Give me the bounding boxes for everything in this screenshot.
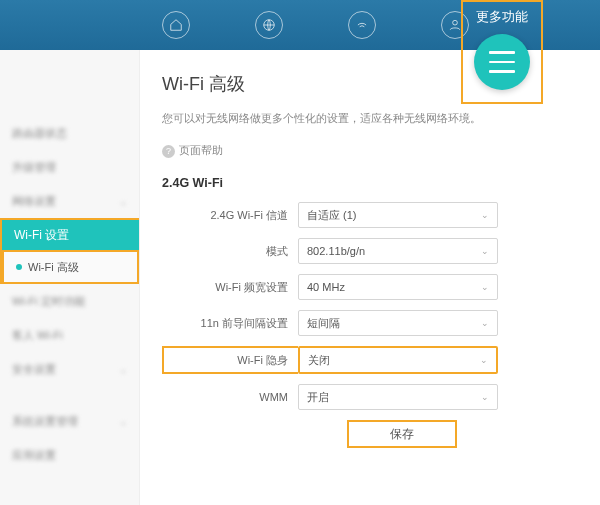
chevron-down-icon: ⌄ xyxy=(481,282,489,292)
row-channel: 2.4G Wi-Fi 信道 自适应 (1) ⌄ xyxy=(162,202,572,228)
sidebar-item[interactable]: 应用设置 xyxy=(0,438,139,472)
sidebar-item[interactable]: 系统设置管理 ⌄ xyxy=(0,404,139,438)
label-wifi-hide: Wi-Fi 隐身 xyxy=(162,346,298,374)
chevron-down-icon: ⌄ xyxy=(480,355,488,365)
select-bandwidth[interactable]: 40 MHz ⌄ xyxy=(298,274,498,300)
save-button[interactable]: 保存 xyxy=(347,420,457,448)
row-bandwidth: Wi-Fi 频宽设置 40 MHz ⌄ xyxy=(162,274,572,300)
label-bandwidth: Wi-Fi 频宽设置 xyxy=(162,280,298,295)
sidebar-active-label: Wi-Fi 设置 xyxy=(14,227,69,244)
select-wmm[interactable]: 开启 ⌄ xyxy=(298,384,498,410)
section-title: 2.4G Wi-Fi xyxy=(162,176,572,190)
row-wmm: WMM 开启 ⌄ xyxy=(162,384,572,410)
row-wifi-hide: Wi-Fi 隐身 关闭 ⌄ xyxy=(162,346,572,374)
nav-globe-icon[interactable] xyxy=(255,11,283,39)
row-guard-interval: 11n 前导间隔设置 短间隔 ⌄ xyxy=(162,310,572,336)
content: Wi-Fi 高级 您可以对无线网络做更多个性化的设置，适应各种无线网络环境。 页… xyxy=(140,50,600,505)
more-label: 更多功能 xyxy=(476,8,528,26)
page-help-link[interactable]: 页面帮助 xyxy=(162,144,223,158)
sidebar-item xyxy=(0,386,139,404)
sidebar-sub-label: Wi-Fi 高级 xyxy=(28,260,79,275)
nav-wifi-icon[interactable] xyxy=(348,11,376,39)
chevron-down-icon: ⌄ xyxy=(481,392,489,402)
sidebar-item[interactable]: 安全设置⌄ xyxy=(0,352,139,386)
label-channel: 2.4G Wi-Fi 信道 xyxy=(162,208,298,223)
label-wmm: WMM xyxy=(162,391,298,403)
sidebar-sub-wifi-advanced[interactable]: Wi-Fi 高级 xyxy=(2,252,137,282)
sidebar-item[interactable]: 网络设置⌄ xyxy=(0,184,139,218)
row-mode: 模式 802.11b/g/n ⌄ xyxy=(162,238,572,264)
page-description: 您可以对无线网络做更多个性化的设置，适应各种无线网络环境。 xyxy=(162,112,572,126)
hamburger-icon[interactable] xyxy=(474,34,530,90)
label-mode: 模式 xyxy=(162,244,298,259)
chevron-down-icon: ⌄ xyxy=(481,210,489,220)
select-guard-interval[interactable]: 短间隔 ⌄ xyxy=(298,310,498,336)
select-mode[interactable]: 802.11b/g/n ⌄ xyxy=(298,238,498,264)
sidebar-item[interactable]: Wi-Fi 定时功能 xyxy=(0,284,139,318)
chevron-down-icon: ⌄ xyxy=(481,318,489,328)
sidebar-item[interactable]: 客人 Wi-Fi xyxy=(0,318,139,352)
select-wifi-hide[interactable]: 关闭 ⌄ xyxy=(298,346,498,374)
chevron-down-icon: ⌄ xyxy=(481,246,489,256)
sidebar: 路由器状态 升级管理 网络设置⌄ Wi-Fi 设置 ⌃ Wi-Fi 高级 Wi-… xyxy=(0,50,140,505)
sidebar-item[interactable]: 路由器状态 xyxy=(0,116,139,150)
select-channel[interactable]: 自适应 (1) ⌄ xyxy=(298,202,498,228)
label-guard-interval: 11n 前导间隔设置 xyxy=(162,316,298,331)
top-nav: 更多功能 xyxy=(0,0,600,50)
svg-point-1 xyxy=(452,20,457,25)
sidebar-item-wifi-settings[interactable]: Wi-Fi 设置 ⌃ xyxy=(0,218,139,252)
nav-home-icon[interactable] xyxy=(162,11,190,39)
sidebar-item[interactable]: 升级管理 xyxy=(0,150,139,184)
more-menu[interactable]: 更多功能 xyxy=(461,0,543,104)
